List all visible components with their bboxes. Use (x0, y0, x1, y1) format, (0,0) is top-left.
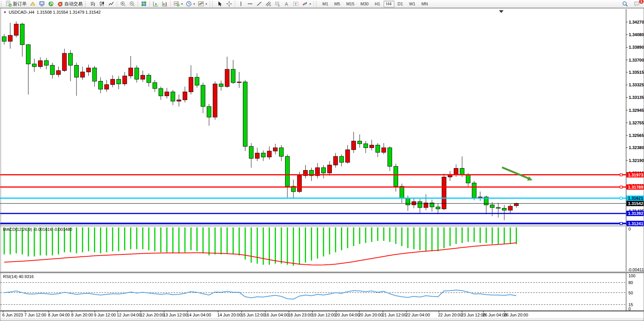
time-axis-label: 13 Jun 12:00 (163, 313, 188, 317)
auto-trading-button[interactable]: 自动交易 (56, 0, 84, 8)
chart-canvas[interactable]: 1.342701.340801.338901.337001.335151.333… (0, 8, 644, 321)
arrows-dropdown-caret: ▾ (309, 2, 311, 6)
search-button[interactable] (620, 0, 630, 8)
timeframe-w1-button[interactable]: W1 (406, 1, 418, 7)
periods-button[interactable]: ▾ (184, 0, 196, 8)
auto-trading-icon (57, 1, 63, 7)
candle (508, 206, 512, 210)
candle (225, 69, 229, 86)
toolbar-grip[interactable] (212, 1, 215, 7)
line-chart-type-button[interactable] (107, 0, 116, 8)
timeframe-m30-button[interactable]: M30 (358, 1, 371, 7)
candle (237, 82, 241, 83)
time-axis-label: 20 Jun 04:00 (335, 313, 360, 317)
cursor-tool-button[interactable] (215, 0, 225, 8)
svg-text:T: T (295, 2, 297, 6)
bar-chart-type-button[interactable] (88, 0, 97, 8)
zoom-in-icon (120, 1, 126, 7)
price-tick-label: 1.32755 (629, 121, 644, 125)
toolbar-grip[interactable] (316, 1, 319, 7)
new-order-button[interactable]: 新订单 (4, 0, 28, 8)
notifications-button[interactable]: 1 (632, 0, 642, 8)
toolbar-grip[interactable] (1, 1, 3, 7)
chart-shift-button[interactable] (160, 0, 169, 8)
candle (357, 141, 362, 144)
tile-windows-button[interactable] (139, 0, 148, 8)
time-axis-label: 14 Jun 20:00 (217, 313, 242, 317)
candle (249, 146, 253, 158)
horizontal-line-tool-button[interactable] (245, 0, 255, 8)
candle (394, 166, 398, 186)
hline-handle-1.31241[interactable] (620, 222, 622, 225)
one-click-trading-toggle-icon[interactable]: ▼ (3, 11, 6, 14)
rsi-scale-label: 0 (628, 307, 631, 311)
candle (99, 81, 103, 89)
vertical-line-tool-button[interactable] (236, 0, 245, 8)
auto-scroll-button[interactable] (151, 0, 160, 8)
candle (44, 60, 48, 65)
trendline-tool-button[interactable] (255, 0, 264, 8)
new-order-label: 新订单 (13, 1, 27, 7)
candle (50, 65, 54, 75)
candle (472, 183, 476, 197)
zoom-in-button[interactable] (118, 0, 128, 8)
price-tick-label: 1.33890 (629, 45, 644, 49)
candle (8, 35, 12, 41)
timeframe-d1-button[interactable]: D1 (395, 1, 406, 7)
text-label-tool-button[interactable]: T (291, 0, 300, 8)
candle (363, 144, 368, 148)
chart-window: ▼ USDCAD-,H4 1.31508 1.31554 1.31479 1.3… (0, 8, 644, 321)
fibonacci-tool-button[interactable]: F (273, 0, 282, 8)
hline-handle-1.31973[interactable] (620, 174, 622, 176)
candle (466, 175, 470, 183)
text-tool-button[interactable]: A (282, 0, 291, 8)
auto-scroll-icon (153, 1, 159, 7)
hline-handle-1.31789[interactable] (620, 186, 622, 188)
candle (171, 92, 175, 101)
text-icon: A (284, 1, 290, 7)
vertical-line-icon (238, 1, 244, 7)
candle (321, 168, 325, 173)
candle (207, 106, 211, 117)
candle (279, 148, 284, 156)
bid-price-label: 1.31542 (628, 201, 643, 206)
timeframe-m1-button[interactable]: M1 (320, 1, 331, 7)
channel-tool-button[interactable]: E (264, 0, 273, 8)
new-chart-button[interactable]: ▾ (172, 0, 184, 8)
timeframe-m5-button[interactable]: M5 (332, 1, 343, 7)
candlestick-chart-type-button[interactable] (97, 0, 107, 8)
timeframe-h4-button[interactable]: H4 (384, 1, 394, 7)
time-axis-label: 22 Jun 20:00 (438, 313, 462, 317)
timeframe-m15-button[interactable]: M15 (344, 1, 357, 7)
time-axis-label: 26 Jun 04:00 (483, 313, 507, 317)
candle (92, 68, 97, 81)
clock-icon (186, 1, 192, 7)
metaeditor-button[interactable] (28, 0, 37, 8)
candle (297, 176, 301, 192)
time-axis-label: 20 Jun 20:00 (359, 313, 383, 317)
candle (26, 44, 30, 64)
price-tick-label: 1.34270 (629, 20, 644, 24)
main-toolbar: 新订单 自动交易 (0, 0, 644, 8)
candle (442, 177, 446, 209)
templates-button[interactable]: ▾ (196, 0, 209, 8)
candle (285, 156, 290, 186)
hline-handle-1.31621[interactable] (620, 197, 622, 199)
new-chart-icon (174, 1, 180, 7)
candle (340, 156, 344, 162)
metaeditor-icon (30, 1, 36, 7)
signals-button[interactable] (46, 0, 56, 8)
timeframe-h1-button[interactable]: H1 (372, 1, 383, 7)
svg-text:E: E (269, 4, 271, 6)
toolbar-grip[interactable] (85, 1, 88, 7)
rsi-scale-label: 100 (628, 273, 635, 278)
arrows-tool-button[interactable]: ▾ (300, 0, 312, 8)
crosshair-tool-button[interactable] (225, 0, 234, 8)
ohlc-bars-icon (90, 1, 96, 7)
zoom-out-button[interactable] (128, 0, 137, 8)
market-button[interactable] (37, 0, 46, 8)
time-axis-label: 21 Jun 12:00 (382, 313, 406, 317)
price-tick-label: 1.33700 (629, 58, 644, 62)
auto-trading-label: 自动交易 (64, 1, 83, 7)
timeframe-mn-button[interactable]: MN (419, 1, 430, 7)
